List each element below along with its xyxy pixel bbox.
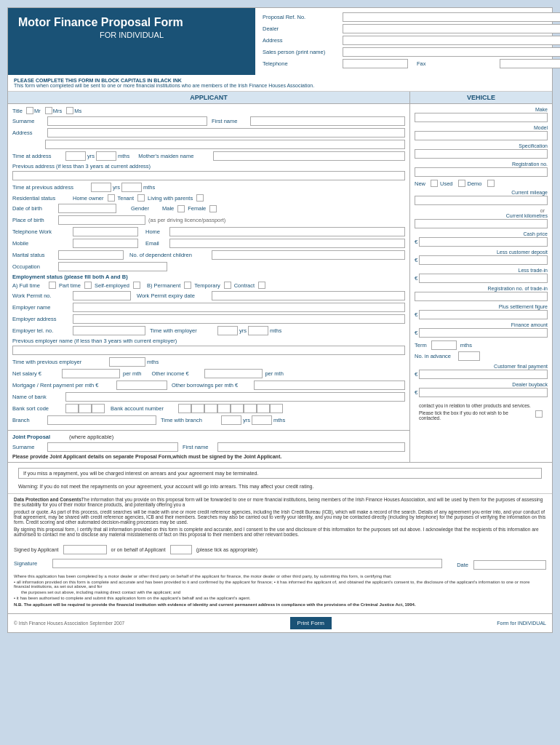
account-7[interactable] — [257, 404, 270, 413]
demo-checkbox[interactable] — [487, 180, 495, 187]
bank-name-input[interactable] — [65, 392, 405, 402]
no-advance-input[interactable] — [458, 351, 480, 361]
branch-input[interactable] — [47, 415, 156, 425]
employer-name-input[interactable] — [73, 303, 405, 312]
signed-input[interactable] — [63, 545, 107, 554]
address-input-1[interactable] — [47, 128, 405, 138]
tradein-input[interactable] — [419, 274, 548, 283]
contact-text: contact you in relation to other product… — [419, 403, 531, 408]
male-checkbox[interactable] — [177, 205, 185, 212]
mr-checkbox[interactable] — [26, 107, 33, 114]
joint-separate-text: Please provide Joint Applicant details o… — [12, 454, 405, 459]
time-employer-mths-input[interactable] — [248, 326, 268, 335]
new-label: New — [415, 180, 425, 187]
other-borrowings-input[interactable] — [254, 381, 405, 390]
account-8[interactable] — [270, 404, 283, 413]
marital-input[interactable] — [58, 250, 124, 260]
mobile-input[interactable] — [73, 239, 138, 248]
female-checkbox[interactable] — [209, 205, 217, 212]
mothers-maiden-input[interactable] — [213, 151, 405, 161]
living-checkbox[interactable] — [196, 194, 204, 202]
dob-input[interactable] — [58, 204, 116, 213]
mortgage-input[interactable] — [116, 381, 167, 390]
tel-work-input[interactable] — [73, 227, 138, 236]
time-at-address-yrs-input[interactable] — [65, 151, 86, 161]
sort-code-1[interactable] — [65, 404, 79, 413]
first-name-input[interactable] — [250, 116, 405, 126]
cash-price-input[interactable] — [419, 237, 548, 247]
sales-input[interactable] — [343, 47, 560, 57]
sort-code-3[interactable] — [92, 404, 105, 413]
term-input[interactable] — [431, 340, 457, 350]
work-permit-expiry-input[interactable] — [212, 291, 405, 300]
temporary-checkbox[interactable] — [224, 282, 231, 289]
settlement-input[interactable] — [419, 310, 548, 319]
email-input[interactable] — [169, 239, 405, 248]
proposal-ref-input[interactable] — [343, 12, 560, 22]
dealer-buyback-input[interactable] — [419, 388, 548, 397]
new-checkbox[interactable] — [431, 180, 438, 187]
prev-address-input-1[interactable] — [12, 171, 405, 180]
tenant-checkbox[interactable] — [137, 194, 145, 202]
dp-text2: product or quote. As part of this proces… — [14, 509, 546, 525]
registration-input[interactable] — [415, 167, 548, 177]
print-button[interactable]: Print Form — [290, 617, 332, 629]
employer-tel-input[interactable] — [73, 326, 145, 335]
mrs-checkbox[interactable] — [45, 107, 52, 114]
fax-input[interactable] — [500, 59, 560, 68]
joint-surname-input[interactable] — [47, 442, 178, 452]
surname-input[interactable] — [47, 116, 207, 126]
contract-checkbox[interactable] — [258, 282, 265, 289]
reg-tradein-input[interactable] — [415, 292, 548, 301]
address-ref-input[interactable] — [343, 36, 560, 45]
joint-firstname-input[interactable] — [217, 442, 405, 452]
work-permit-input[interactable] — [73, 291, 131, 300]
full-time-checkbox[interactable] — [49, 282, 56, 289]
signature-input[interactable] — [52, 559, 442, 568]
time-at-address-mths-input[interactable] — [96, 151, 116, 161]
place-birth-input[interactable] — [58, 215, 145, 225]
time-prev-employer-input[interactable] — [109, 357, 145, 367]
permanent-checkbox[interactable] — [184, 282, 191, 289]
branch-yrs-input[interactable] — [221, 415, 241, 425]
net-salary-input[interactable] — [62, 369, 120, 378]
branch-mths-input[interactable] — [252, 415, 272, 425]
time-prev-yrs-input[interactable] — [91, 183, 111, 192]
employer-address-input[interactable] — [73, 314, 405, 324]
title-label: Title — [12, 108, 23, 114]
self-emp-checkbox[interactable] — [133, 282, 140, 289]
home-tel-input[interactable] — [169, 227, 405, 236]
account-2[interactable] — [191, 404, 204, 413]
mobile-label: Mobile — [12, 240, 71, 247]
occupation-input[interactable] — [58, 262, 167, 271]
time-prev-mths-input[interactable] — [121, 183, 142, 192]
home-owner-checkbox[interactable] — [108, 194, 115, 202]
account-4[interactable] — [217, 404, 231, 413]
date-input[interactable] — [473, 560, 546, 570]
finance-amount-input[interactable] — [419, 328, 548, 338]
on-behalf-input[interactable] — [170, 545, 192, 554]
ms-checkbox[interactable] — [66, 107, 73, 114]
other-income-input[interactable] — [204, 369, 263, 378]
account-3[interactable] — [204, 404, 217, 413]
contact-opt-out-checkbox[interactable] — [535, 410, 543, 418]
part-time-checkbox[interactable] — [84, 282, 92, 289]
deposit-input[interactable] — [419, 255, 548, 265]
account-6[interactable] — [244, 404, 257, 413]
telephone-ref-input[interactable] — [343, 59, 408, 68]
dealer-input[interactable] — [343, 24, 560, 33]
account-1[interactable] — [178, 404, 191, 413]
specification-input[interactable] — [415, 149, 548, 159]
sort-code-2[interactable] — [79, 404, 92, 413]
prev-employer-input[interactable] — [12, 346, 405, 355]
model-input[interactable] — [415, 131, 548, 140]
customer-final-input[interactable] — [419, 370, 548, 379]
km-input[interactable] — [415, 219, 548, 228]
make-input[interactable] — [415, 113, 548, 122]
time-employer-yrs-input[interactable] — [217, 326, 238, 335]
address-input-2[interactable] — [45, 140, 405, 149]
mileage-input[interactable] — [415, 196, 548, 205]
account-5[interactable] — [231, 404, 244, 413]
dependants-input[interactable] — [212, 250, 405, 260]
used-checkbox[interactable] — [458, 180, 465, 187]
